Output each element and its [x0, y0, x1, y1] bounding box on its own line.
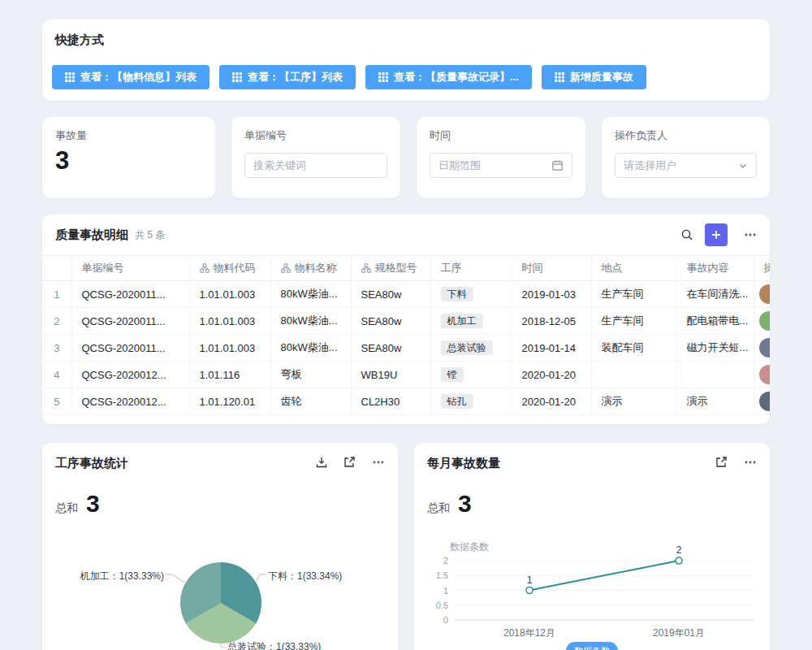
cell-doc-no: QCSG-2020011... [71, 335, 189, 362]
pie-annotation-right: 下料：1(33.34%) [268, 570, 342, 583]
stat-label: 事故量 [55, 128, 87, 143]
cell-material-code: 1.01.01.003 [189, 308, 270, 335]
cell-operator [754, 308, 770, 335]
cell-place: 生产车间 [591, 308, 676, 335]
doc-no-search-box[interactable] [244, 153, 387, 178]
table-header-bar: 质量事故明细 共 5 条 [55, 214, 165, 255]
shortcut-buttons: 查看：【物料信息】列表 查看：【工序】列表 查看：【质量事故记录】... 新增质… [52, 65, 646, 89]
shortcut-view-process-list-button[interactable]: 查看：【工序】列表 [219, 65, 356, 89]
cell-material-name: 80kW柴油... [270, 281, 351, 308]
date-range-placeholder: 日期范围 [438, 158, 546, 173]
filter-card-time: 时间 日期范围 [417, 117, 585, 198]
table-header-row: 单据编号 物料代码 物料名称 规格型号 工序 时间 地点 事故内容 操作负责人 [42, 256, 770, 281]
table-row[interactable]: 4QCSG-2020012...1.01.116弯板WB19U镗2020-01-… [42, 362, 770, 388]
shortcut-label: 查看：【质量事故记录】... [394, 70, 519, 84]
col-spec: 规格型号 [351, 256, 430, 281]
cell-doc-no: QCSG-2020011... [71, 308, 189, 335]
user-select[interactable]: 请选择用户 [615, 153, 757, 178]
search-icon[interactable] [680, 228, 693, 241]
cell-time: 2019-01-14 [512, 335, 591, 362]
grid-icon [378, 72, 388, 82]
cell-material-name: 80kW柴油... [270, 308, 351, 335]
cell-content: 配电箱带电... [676, 308, 754, 335]
row-index: 2 [42, 308, 71, 335]
grid-icon [65, 72, 75, 82]
line-chart-svg: 12 [455, 544, 754, 634]
table-body: 1QCSG-2020011...1.01.01.00380kW柴油...SEA8… [42, 281, 770, 415]
date-range-picker[interactable]: 日期范围 [430, 153, 572, 178]
filter-label: 时间 [430, 128, 451, 143]
col-material-code: 物料代码 [189, 256, 270, 281]
pie-annotation-bottom: 总装试验：1(33.33%) [227, 640, 321, 650]
cell-operator [754, 388, 770, 415]
add-record-button[interactable] [705, 223, 728, 246]
doc-no-search-input[interactable] [253, 159, 378, 171]
y-tick-label: 1.5 [417, 570, 448, 580]
col-process: 工序 [430, 256, 512, 281]
cell-operator [754, 362, 770, 388]
relation-icon [200, 263, 209, 273]
more-icon[interactable] [372, 456, 385, 469]
line-card-title: 每月事故数量 [427, 456, 500, 471]
avatar [759, 338, 771, 358]
export-icon[interactable] [315, 456, 328, 469]
dashboard-page: 快捷方式 查看：【物料信息】列表 查看：【工序】列表 查看：【质量事故记录】..… [0, 0, 812, 650]
cell-material-code: 1.01.120.01 [189, 388, 270, 415]
table-title: 质量事故明细 [55, 228, 128, 243]
svg-text:1: 1 [527, 574, 533, 586]
grid-icon [232, 72, 242, 82]
cell-operator [754, 335, 770, 362]
cell-content: 演示 [676, 388, 754, 415]
shortcut-add-quality-accident-button[interactable]: 新增质量事故 [542, 65, 646, 89]
shortcut-label: 查看：【工序】列表 [248, 70, 343, 84]
stat-card-accident-count: 事故量 3 [42, 117, 215, 198]
cell-process: 机加工 [430, 308, 512, 335]
y-tick-label: 0.5 [417, 600, 448, 610]
cell-spec: SEA80w [351, 335, 430, 362]
y-tick-label: 1 [417, 586, 448, 596]
cell-process: 总装试验 [430, 335, 512, 362]
shortcut-label: 查看：【物料信息】列表 [80, 70, 197, 84]
col-material-name: 物料名称 [270, 256, 351, 281]
pie-chart[interactable] [180, 562, 261, 644]
relation-icon [281, 263, 291, 273]
filter-label: 单据编号 [244, 128, 287, 143]
table-row[interactable]: 5QCSG-2020012...1.01.120.01齿轮CL2H30钻孔202… [42, 388, 770, 415]
open-in-new-icon[interactable] [715, 456, 728, 469]
table-row[interactable]: 3QCSG-2020011...1.01.01.00380kW柴油...SEA8… [42, 335, 770, 362]
shortcut-view-material-list-button[interactable]: 查看：【物料信息】列表 [52, 65, 209, 89]
pie-annotation-left: 机加工：1(33.33%) [55, 570, 164, 583]
col-content: 事故内容 [676, 256, 754, 281]
row-index: 3 [42, 335, 71, 362]
chart-legend[interactable]: 数据条数 [566, 642, 618, 650]
row-index: 1 [42, 281, 71, 308]
cell-spec: SEA80w [351, 281, 430, 308]
cell-doc-no: QCSG-2020012... [71, 362, 189, 388]
more-icon[interactable] [744, 228, 757, 241]
cell-time: 2020-01-20 [512, 362, 591, 388]
more-icon[interactable] [744, 456, 757, 469]
row-index: 4 [42, 362, 71, 388]
table-row[interactable]: 1QCSG-2020011...1.01.01.00380kW柴油...SEA8… [42, 281, 770, 308]
cell-content: 在车间清洗... [676, 281, 754, 308]
cell-place: 演示 [591, 388, 676, 415]
cell-process: 镗 [430, 362, 512, 388]
open-in-new-icon[interactable] [343, 456, 356, 469]
total-label: 总和 [55, 501, 78, 516]
relation-icon [361, 263, 371, 273]
chevron-down-icon [738, 161, 748, 171]
cell-operator [754, 281, 770, 308]
process-tag: 镗 [441, 367, 464, 382]
cell-doc-no: QCSG-2020011... [71, 281, 189, 308]
shortcut-view-quality-records-button[interactable]: 查看：【质量事故记录】... [365, 65, 532, 89]
cell-material-name: 齿轮 [270, 388, 351, 415]
cell-place: 生产车间 [591, 281, 676, 308]
filter-card-doc-no: 单据编号 [231, 117, 400, 198]
cell-content: 磁力开关短... [676, 335, 754, 362]
shortcuts-title: 快捷方式 [55, 32, 104, 48]
monthly-accident-count-card: 每月事故数量 总和 3 数据条数 12 00.511.52 2018年12月20… [414, 443, 770, 650]
table-row[interactable]: 2QCSG-2020011...1.01.01.00380kW柴油...SEA8… [42, 308, 770, 335]
y-tick-label: 0 [417, 615, 448, 625]
process-accident-stats-card: 工序事故统计 总和 3 机加工：1(33.33%) 下料：1(33.34%) 总… [42, 443, 398, 650]
record-count: 共 5 条 [135, 228, 165, 242]
